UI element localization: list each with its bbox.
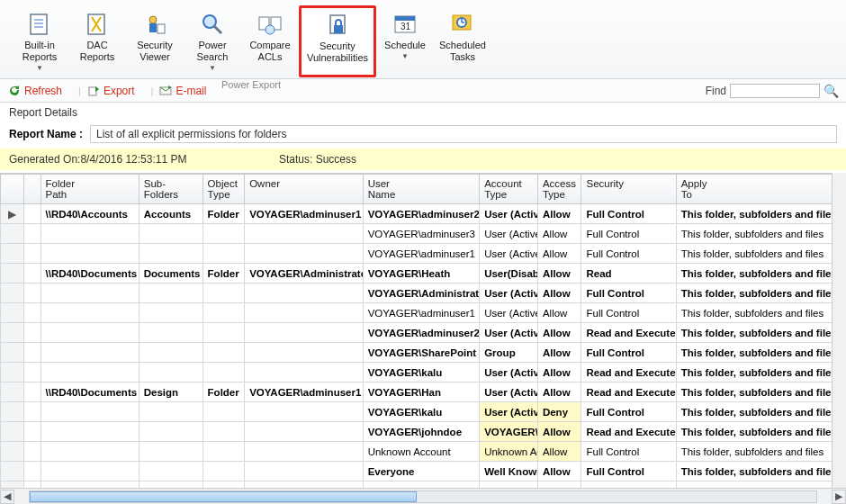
tasks-icon — [448, 11, 477, 38]
cell-acc: Allow — [537, 422, 581, 442]
table-row[interactable]: VOYAGER\adminuser1User (ActiveAllowFull … — [1, 244, 846, 264]
col-header[interactable]: UserName — [363, 175, 480, 204]
ribbon-btn-dac[interactable]: DACReports — [68, 5, 126, 77]
col-header[interactable]: AccessType — [537, 175, 581, 204]
dropdown-icon: ▼ — [36, 64, 43, 72]
cell-obj — [202, 323, 245, 343]
svg-rect-14 — [334, 25, 343, 33]
status-bar: Generated On:8/4/2016 12:53:11 PM Status… — [0, 148, 846, 170]
cell-sub — [139, 244, 202, 264]
ribbon-btn-vuln[interactable]: SecurityVulnerabilities — [299, 5, 376, 77]
ribbon-toolbar: Built-inReports▼DACReportsSecurityViewer… — [0, 0, 846, 79]
cell-own — [245, 284, 364, 303]
cell-sec: Full Control — [581, 442, 676, 462]
cell-obj — [202, 284, 245, 303]
ribbon-btn-tasks[interactable]: ScheduledTasks — [434, 5, 491, 77]
cell-own — [245, 402, 364, 422]
ribbon-btn-sched[interactable]: 31Schedule▼ — [376, 5, 434, 77]
cell-apply: This folder, subfolders and files — [676, 264, 845, 284]
row-pointer — [1, 363, 24, 382]
ribbon-btn-search[interactable]: PowerSearch▼ — [184, 5, 241, 77]
results-grid[interactable]: FolderPathSub-FoldersObjectTypeOwnerUser… — [0, 174, 846, 488]
table-row[interactable]: VOYAGER\AdministratorUser (ActiveAllowFu… — [1, 284, 846, 303]
cell-sec: Full Control — [581, 402, 676, 422]
cell-sec: Full Control — [581, 462, 676, 482]
table-row[interactable]: VOYAGER\adminuser1User (ActiveAllowFull … — [1, 303, 846, 323]
ribbon-btn-report[interactable]: Built-inReports▼ — [11, 5, 68, 77]
table-row[interactable]: \\RD40\DocumentsDocumentsFolderVOYAGER\A… — [1, 264, 846, 284]
cell-sub — [139, 224, 202, 244]
table-row[interactable]: VOYAGER\SharePointGroupAllowFull Control… — [1, 343, 846, 363]
cell-path: \\RD40\Documents — [40, 382, 139, 402]
col-header[interactable]: ObjectType — [202, 175, 245, 204]
col-header[interactable]: AccountType — [480, 175, 538, 204]
horizontal-scrollbar[interactable]: ◀ ▶ — [0, 488, 846, 504]
cell-user: VOYAGER\adminuser1 — [363, 244, 480, 264]
row-pointer — [1, 224, 24, 244]
find-container: Find 🔍 — [706, 84, 839, 98]
cell-sub: Documents — [139, 264, 202, 284]
cell-acc: Deny — [537, 402, 581, 422]
cell-acct: User (Active — [480, 224, 538, 244]
email-button[interactable]: E-mail — [158, 84, 206, 98]
table-row[interactable]: Unknown AccountUnknown AcAllowFull Contr… — [1, 442, 846, 462]
dac-icon — [83, 11, 112, 38]
cell-obj — [202, 244, 245, 264]
cell-path — [40, 244, 139, 264]
cell-acc: Allow — [537, 303, 581, 323]
export-button[interactable]: Export — [86, 84, 135, 98]
refresh-button[interactable]: Refresh — [7, 84, 62, 98]
col-header[interactable] — [24, 175, 40, 204]
find-search-icon[interactable]: 🔍 — [824, 84, 839, 98]
scroll-track[interactable] — [29, 490, 817, 503]
cell-own — [245, 303, 364, 323]
cell-user: VOYAGER\johndoe — [363, 422, 480, 442]
row-pointer — [1, 382, 24, 402]
row-pointer — [1, 442, 24, 462]
report-name-row: Report Name : List of all explicit permi… — [0, 122, 846, 148]
vertical-scrollbar[interactable] — [832, 173, 846, 488]
table-row[interactable]: \\RD40\DocumentsDesignFolderVOYAGER\admi… — [1, 382, 846, 402]
cell-acc: Allow — [537, 244, 581, 264]
report-details-label: Report Details — [0, 103, 846, 122]
find-input[interactable] — [730, 84, 820, 98]
table-row[interactable]: ▶\\RD40\AccountsAccountsFolderVOYAGER\ad… — [1, 204, 846, 224]
cell-apply: This folder, subfolders and files — [676, 343, 845, 363]
table-row[interactable]: VOYAGER\kaluUser (ActiveDenyFull Control… — [1, 402, 846, 422]
cell-acct: User (Active — [480, 303, 538, 323]
cell-path — [40, 343, 139, 363]
cell-user: VOYAGER\Han — [363, 382, 480, 402]
table-row[interactable]: VOYAGER\kaluUser (ActiveAllowRead and Ex… — [1, 363, 846, 382]
table-row[interactable]: VOYAGER\adminuser3User (ActiveAllowFull … — [1, 224, 846, 244]
cell-path — [40, 363, 139, 382]
col-header[interactable]: ApplyTo — [676, 175, 845, 204]
row-pointer — [1, 422, 24, 442]
cell-own — [245, 323, 364, 343]
cell-user: VOYAGER\adminuser2 — [363, 204, 480, 224]
cell-sub — [139, 422, 202, 442]
cell-sec: Read — [581, 482, 676, 489]
cell-acc: Allow — [537, 224, 581, 244]
cell-user: VOYAGER\kalu — [363, 363, 480, 382]
cell-obj: Folder — [202, 382, 245, 402]
table-row[interactable]: \\RD40\DocumentsFinanceFolderVOYAGER\adm… — [1, 482, 846, 489]
ribbon-btn-compare[interactable]: CompareACLs — [241, 5, 299, 77]
cell-sub — [139, 284, 202, 303]
col-header[interactable]: Security — [581, 175, 676, 204]
cell-sub — [139, 402, 202, 422]
col-header[interactable]: Sub-Folders — [139, 175, 202, 204]
report-name-value: List of all explicit permissions for fol… — [90, 125, 837, 143]
table-row[interactable]: VOYAGER\adminuser2User (ActiveAllowRead … — [1, 323, 846, 343]
cell-sec: Read and Execute ( — [581, 363, 676, 382]
table-row[interactable]: VOYAGER\johndoeVOYAGER\jAllowRead and Ex… — [1, 422, 846, 442]
scroll-thumb[interactable] — [30, 491, 417, 502]
scroll-left-arrow[interactable]: ◀ — [0, 490, 14, 504]
scroll-right-arrow[interactable]: ▶ — [832, 490, 846, 504]
cell-user: VOYAGER\Heath — [363, 264, 480, 284]
ribbon-btn-viewer[interactable]: SecurityViewer — [126, 5, 184, 77]
col-header[interactable]: Owner — [245, 175, 364, 204]
table-row[interactable]: EveryoneWell KnownAllowFull ControlThis … — [1, 462, 846, 482]
col-header[interactable]: FolderPath — [40, 175, 139, 204]
row-pointer: ▶ — [1, 204, 24, 224]
cell-path — [40, 303, 139, 323]
